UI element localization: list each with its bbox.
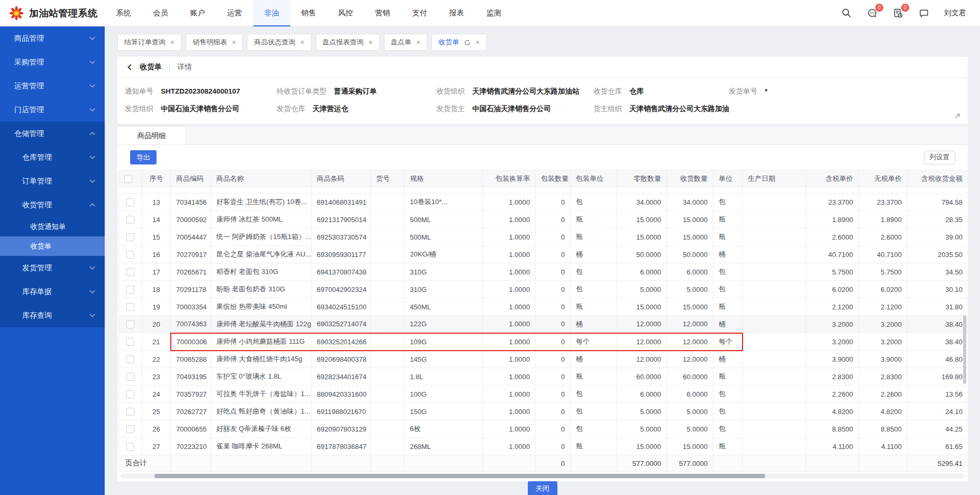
row-checkbox[interactable]: [126, 251, 134, 259]
col-header-收货数量[interactable]: 收货数量: [667, 170, 713, 187]
refresh-icon[interactable]: [464, 39, 471, 46]
close-icon[interactable]: ×: [300, 39, 304, 46]
field-value: 仓库: [629, 87, 644, 96]
col-header-含税单价[interactable]: 含税单价: [806, 170, 859, 187]
row-checkbox[interactable]: [126, 373, 134, 381]
collapse-corner-icon[interactable]: [954, 112, 961, 122]
table-row: 1470000592康师傅 冰红茶 500ML6921317905014500M…: [119, 211, 968, 228]
back-icon[interactable]: [127, 64, 133, 70]
sidebar-item-仓库管理[interactable]: 仓库管理: [0, 145, 105, 169]
tab-label: 结算订单查询: [124, 38, 166, 47]
row-checkbox[interactable]: [126, 390, 134, 398]
chat-icon[interactable]: [918, 7, 930, 19]
row-select-cell: [119, 194, 142, 211]
nav-item-账户[interactable]: 账户: [179, 0, 216, 26]
row-checkbox[interactable]: [126, 408, 134, 416]
nav-item-营销[interactable]: 营销: [364, 0, 401, 26]
row-select-cell: [119, 333, 142, 351]
col-header-商品名称[interactable]: 商品名称: [211, 170, 312, 187]
col-header-商品编码[interactable]: 商品编码: [171, 170, 211, 187]
tab-收货单[interactable]: 收货单×: [432, 34, 487, 51]
message-dots-icon[interactable]: 0: [866, 7, 878, 19]
col-header-含税收货金额[interactable]: 含税收货金额: [908, 170, 968, 187]
sidebar-item-发货管理[interactable]: 发货管理: [0, 256, 105, 280]
sidebar-item-收货管理[interactable]: 收货管理: [0, 193, 105, 217]
close-icon[interactable]: ×: [369, 39, 373, 46]
sidebar-item-门店管理[interactable]: 门店管理: [0, 98, 105, 122]
row-checkbox[interactable]: [126, 355, 134, 363]
nav-item-系统[interactable]: 系统: [105, 0, 142, 26]
close-button[interactable]: 关闭: [528, 481, 557, 495]
sidebar-item-商品管理[interactable]: 商品管理: [0, 26, 105, 50]
tab-goods-detail[interactable]: 商品明细: [117, 127, 186, 144]
row-checkbox[interactable]: [126, 198, 134, 206]
sidebar-item-库存查询[interactable]: 库存查询: [0, 304, 105, 327]
nav-item-运营[interactable]: 运营: [216, 0, 253, 26]
row-checkbox[interactable]: [126, 338, 134, 346]
tab-盘点单[interactable]: 盘点单×: [384, 34, 427, 51]
sidebar-item-运营管理[interactable]: 运营管理: [0, 74, 105, 98]
col-header-包装换算率[interactable]: 包装换算率: [483, 170, 536, 187]
tab-盘点报表查询[interactable]: 盘点报表查询×: [316, 34, 380, 51]
col-header-包装单位[interactable]: 包装单位: [571, 170, 617, 187]
select-all-checkbox[interactable]: [124, 175, 132, 183]
sidebar-item-label: 库存单据: [22, 287, 52, 297]
info-row: 发货组织中国石油天津销售分公司发货仓库天津营运仓发货货主中国石油天津销售分公司货…: [125, 104, 957, 114]
breadcrumb-back-label[interactable]: 收货单: [140, 62, 162, 72]
sidebar-item-收货通知单[interactable]: 收货通知单: [0, 217, 105, 236]
search-icon[interactable]: [840, 7, 852, 19]
top-nav: 系统会员账户运营非油销售风控营销支付报表监测: [105, 0, 512, 26]
chevron-down-icon: [90, 312, 95, 317]
row-select-cell: [119, 246, 142, 263]
nav-item-支付[interactable]: 支付: [401, 0, 438, 26]
table-head: 序号商品编码商品名称商品条码货号规格包装换算率包装数量包装单位零散数量收货数量单…: [119, 170, 968, 187]
nav-item-销售[interactable]: 销售: [290, 0, 327, 26]
nav-item-会员[interactable]: 会员: [142, 0, 179, 26]
sidebar-item-仓储管理[interactable]: 仓储管理: [0, 122, 105, 145]
col-header-单位[interactable]: 单位: [713, 170, 743, 187]
sidebar-item-订单管理[interactable]: 订单管理: [0, 169, 105, 193]
col-header-生产日期[interactable]: 生产日期: [743, 170, 806, 187]
col-header-无税单价[interactable]: 无税单价: [859, 170, 908, 187]
tab-结算订单查询[interactable]: 结算订单查询×: [117, 34, 181, 51]
sidebar-item-采购管理[interactable]: 采购管理: [0, 50, 105, 74]
vertical-scrollbar-thumb[interactable]: [963, 315, 966, 384]
close-icon[interactable]: ×: [170, 39, 175, 46]
col-header-序号[interactable]: 序号: [142, 170, 171, 187]
row-checkbox[interactable]: [126, 233, 134, 241]
page-total-row: 页合计0577.0000577.00005295.41: [119, 455, 968, 472]
row-checkbox[interactable]: [126, 268, 134, 276]
table-row: 1370341456好客壹生 卫生纸(有芯) 10卷...69140680314…: [119, 194, 968, 211]
row-checkbox[interactable]: [126, 303, 134, 311]
close-icon[interactable]: ×: [416, 39, 420, 46]
col-header-货号[interactable]: 货号: [371, 170, 405, 187]
nav-item-报表[interactable]: 报表: [438, 0, 475, 26]
nav-item-非油[interactable]: 非油: [253, 0, 290, 26]
tab-商品状态查询[interactable]: 商品状态查询×: [247, 34, 311, 51]
col-header-商品条码[interactable]: 商品条码: [312, 170, 371, 187]
row-checkbox[interactable]: [126, 443, 134, 451]
row-checkbox[interactable]: [126, 216, 134, 224]
info-field-发货仓库: 发货仓库天津营运仓: [277, 104, 436, 114]
sidebar-item-收货单[interactable]: 收货单: [0, 236, 105, 256]
col-header-规格[interactable]: 规格: [405, 170, 483, 187]
user-name[interactable]: 刘文君: [944, 8, 966, 18]
row-select-cell: [119, 298, 142, 316]
export-button[interactable]: 导出: [130, 150, 157, 164]
close-icon[interactable]: ×: [475, 39, 480, 46]
horizontal-scrollbar-thumb[interactable]: [154, 474, 765, 478]
row-checkbox[interactable]: [126, 320, 134, 328]
nav-item-监测[interactable]: 监测: [475, 0, 512, 26]
col-header-包装数量[interactable]: 包装数量: [536, 170, 571, 187]
tab-销售明细表[interactable]: 销售明细表×: [186, 34, 243, 51]
close-icon[interactable]: ×: [232, 39, 236, 46]
row-select-cell: [119, 351, 142, 368]
col-header-零散数量[interactable]: 零散数量: [617, 170, 667, 187]
row-select-cell: [119, 386, 142, 403]
row-checkbox[interactable]: [126, 425, 134, 433]
row-checkbox[interactable]: [126, 286, 134, 294]
nav-item-风控[interactable]: 风控: [327, 0, 364, 26]
order-clock-icon[interactable]: 0: [892, 7, 904, 19]
sidebar-item-库存单据[interactable]: 库存单据: [0, 280, 105, 304]
column-settings-button[interactable]: 列设置: [924, 151, 956, 164]
